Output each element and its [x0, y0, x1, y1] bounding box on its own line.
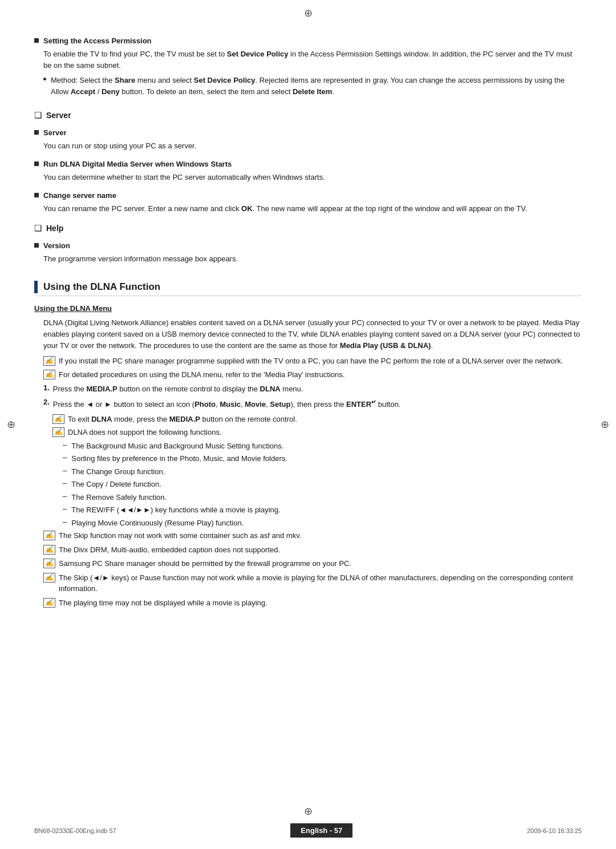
using-dlna-menu-heading: Using the DLNA Menu: [34, 304, 582, 313]
step1-number: 1.: [43, 383, 50, 392]
dlna-note6: ✍ The Skip (◄/► keys) or Pause function …: [43, 572, 582, 595]
dlna-note5: ✍ Samsung PC Share manager should be per…: [43, 558, 582, 569]
setting-access-body1: To enable the TV to find your PC, the TV…: [43, 48, 582, 71]
note-icon-3: ✍: [52, 414, 64, 424]
server-sub-body: You can run or stop using your PC as a s…: [43, 140, 582, 152]
crosshair-left-icon: ⊕: [7, 418, 15, 431]
black-square-icon-5: [34, 243, 39, 248]
dash-symbol-5: –: [63, 492, 67, 500]
black-square-icon-2: [34, 130, 39, 135]
dash-text-1: The Background Music and Background Musi…: [71, 440, 283, 452]
run-dlna-title: Run DLNA Digital Media Server when Windo…: [43, 160, 232, 168]
using-dlna-title: Using the DLNA Function: [43, 281, 160, 293]
using-dlna-section: Using the DLNA Function: [34, 281, 582, 296]
dash-item-1: – The Background Music and Background Mu…: [63, 440, 582, 452]
dash-symbol-6: –: [63, 504, 67, 513]
server-sub-heading: Server: [34, 128, 582, 137]
setting-access-bullet1: Method: Select the Share menu and select…: [43, 75, 582, 101]
help-checkbox-label: Help: [46, 224, 63, 233]
checkbox-icon-2: ❏: [34, 223, 42, 233]
dash-text-6: The REW/FF (◄◄/►►) key functions while a…: [71, 504, 280, 516]
dash-text-5: The Remove Safely function.: [71, 492, 167, 503]
change-server-title: Change server name: [43, 191, 116, 200]
note-icon-4: ✍: [52, 427, 64, 437]
dlna-note5-text: Samsung PC Share manager should be permi…: [59, 558, 351, 569]
dash-item-6: – The REW/FF (◄◄/►►) key functions while…: [63, 504, 582, 516]
step2-sub-note2-text: DLNA does not support the following func…: [68, 427, 222, 438]
note-icon-6: ✍: [43, 545, 55, 555]
dash-item-3: – The Change Group function.: [63, 466, 582, 478]
step2-text: Press the ◄ or ► button to select an ico…: [53, 398, 401, 410]
footer-center-text: English - 57: [290, 823, 352, 838]
version-heading: Version: [34, 241, 582, 250]
note-icon-8: ✍: [43, 573, 55, 583]
dlna-note3-text: The Skip function may not work with some…: [59, 530, 301, 541]
dash-text-2: Sorting files by preference in the Photo…: [71, 453, 287, 464]
dash-symbol-7: –: [63, 518, 67, 526]
crosshair-top-icon: ⊕: [304, 7, 313, 19]
dash-item-2: – Sorting files by preference in the Pho…: [63, 453, 582, 464]
dlna-note6-text: The Skip (◄/► keys) or Pause function ma…: [59, 572, 582, 595]
server-checkbox-heading: ❏ Server: [34, 111, 582, 120]
dlna-note4-text: The Divx DRM, Multi-audio, embedded capt…: [59, 544, 280, 556]
dash-item-4: – The Copy / Delete function.: [63, 479, 582, 490]
black-square-icon: [34, 38, 39, 43]
note-icon-5: ✍: [43, 531, 55, 540]
version-title: Version: [43, 241, 70, 250]
run-dlna-heading: Run DLNA Digital Media Server when Windo…: [34, 160, 582, 168]
server-sub-title: Server: [43, 128, 66, 137]
checkbox-icon: ❏: [34, 110, 42, 120]
dlna-note7: ✍ The playing time may not be displayed …: [43, 597, 582, 609]
dlna-note2: ✍ For detailed procedures on using the D…: [43, 369, 582, 381]
change-server-body: You can rename the PC server. Enter a ne…: [43, 203, 582, 215]
dash-symbol-1: –: [63, 440, 67, 449]
dlna-note2-text: For detailed procedures on using the DLN…: [59, 369, 345, 381]
note-icon-7: ✍: [43, 559, 55, 568]
setting-access-heading: Setting the Access Permission: [34, 37, 582, 45]
version-body: The programme version information messag…: [43, 253, 582, 265]
run-dlna-body: You can determine whether to start the P…: [43, 172, 582, 183]
note-icon-2: ✍: [43, 370, 55, 379]
main-content: Setting the Access Permission To enable …: [34, 23, 582, 608]
help-checkbox-heading: ❏ Help: [34, 224, 582, 233]
page: ⊕ ⊕ ⊕ Setting the Access Permission To e…: [0, 0, 616, 849]
blue-bar-icon: [34, 281, 38, 293]
setting-access-bullet1-text: Method: Select the Share menu and select…: [51, 75, 582, 98]
step2-number: 2.: [43, 398, 50, 406]
black-square-icon-4: [34, 193, 39, 197]
dash-text-3: The Change Group function.: [71, 466, 165, 478]
black-square-icon-3: [34, 161, 39, 166]
dash-item-5: – The Remove Safely function.: [63, 492, 582, 503]
step2-item: 2. Press the ◄ or ► button to select an …: [43, 398, 582, 410]
footer: BN68-02330E-00Eng.indb 57 English - 57 2…: [0, 823, 616, 838]
dlna-note7-text: The playing time may not be displayed wh…: [59, 597, 268, 609]
dash-symbol-4: –: [63, 479, 67, 487]
step1-text: Press the MEDIA.P button on the remote c…: [53, 383, 303, 395]
step2-sub-note1: ✍ To exit DLNA mode, press the MEDIA.P b…: [52, 414, 582, 425]
dlna-note1-text: If you install the PC share manager prog…: [59, 355, 563, 367]
note-icon-9: ✍: [43, 598, 55, 608]
footer-right-text: 2009-6-10 16:33:25: [527, 827, 582, 834]
step1-item: 1. Press the MEDIA.P button on the remot…: [43, 383, 582, 395]
footer-left-text: BN68-02330E-00Eng.indb 57: [34, 827, 116, 834]
dlna-note4: ✍ The Divx DRM, Multi-audio, embedded ca…: [43, 544, 582, 556]
server-checkbox-label: Server: [46, 111, 71, 120]
crosshair-right-icon: ⊕: [601, 418, 609, 431]
dash-symbol-3: –: [63, 466, 67, 475]
dash-item-7: – Playing Movie Continuously (Resume Pla…: [63, 518, 582, 529]
crosshair-bottom-icon: ⊕: [304, 805, 313, 818]
change-server-heading: Change server name: [34, 191, 582, 200]
dlna-intro-text: DLNA (Digital Living Network Alliance) e…: [43, 317, 582, 351]
step2-sub-note1-text: To exit DLNA mode, press the MEDIA.P but…: [68, 414, 297, 425]
dash-text-7: Playing Movie Continuously (Resume Play)…: [71, 518, 244, 529]
dlna-note3: ✍ The Skip function may not work with so…: [43, 530, 582, 541]
step2-sub-note2: ✍ DLNA does not support the following fu…: [52, 427, 582, 438]
note-icon-1: ✍: [43, 356, 55, 366]
dash-symbol-2: –: [63, 453, 67, 462]
dash-text-4: The Copy / Delete function.: [71, 479, 161, 490]
setting-access-title: Setting the Access Permission: [43, 37, 152, 45]
bullet-dot-icon: [43, 78, 46, 80]
dlna-note1: ✍ If you install the PC share manager pr…: [43, 355, 582, 367]
